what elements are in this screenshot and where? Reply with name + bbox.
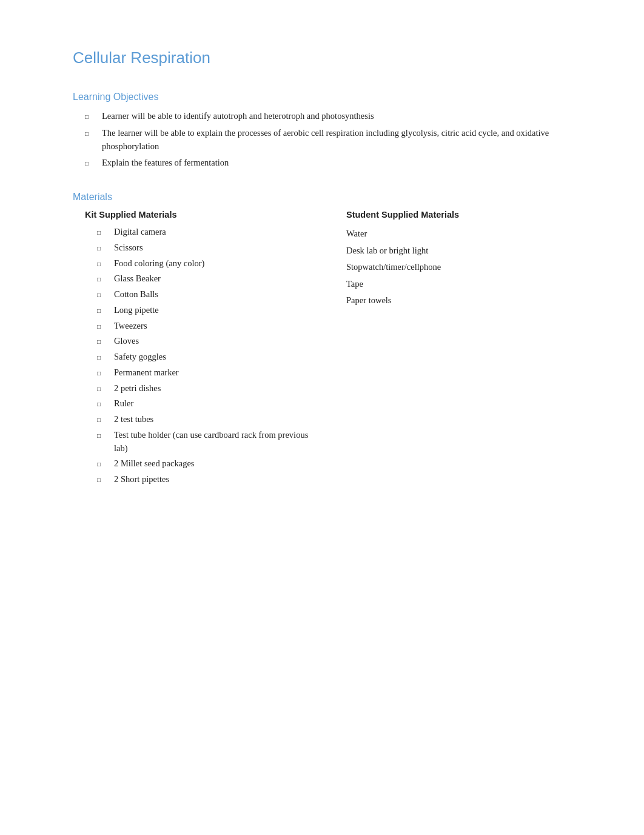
kit-item: □Permanent marker — [97, 366, 322, 380]
kit-item-text: Glass Beaker — [114, 272, 161, 286]
kit-item-text: 2 Short pipettes — [114, 473, 169, 486]
kit-item-text: Digital camera — [114, 226, 166, 239]
bullet-icon: □ — [97, 290, 108, 300]
bullet-icon: □ — [97, 415, 108, 424]
kit-item: □Long pipette — [97, 304, 322, 317]
kit-item-text: Permanent marker — [114, 366, 179, 380]
kit-item-text: Long pipette — [114, 304, 159, 317]
kit-item-text: Food coloring (any color) — [114, 257, 204, 270]
bullet-icon: □ — [97, 228, 108, 237]
kit-item-text: Scissors — [114, 241, 143, 255]
page-title: Cellular Respiration — [73, 49, 583, 67]
bullet-icon: □ — [85, 129, 96, 138]
materials-heading: Materials — [73, 192, 583, 203]
kit-item: □Ruler — [97, 397, 322, 411]
student-items-list: WaterDesk lab or bright lightStopwatch/t… — [346, 226, 583, 309]
bullet-icon: □ — [85, 112, 96, 121]
bullet-icon: □ — [97, 306, 108, 315]
bullet-icon: □ — [97, 337, 108, 346]
kit-item-text: 2 petri dishes — [114, 382, 161, 395]
bullet-icon: □ — [97, 275, 108, 284]
bullet-icon: □ — [85, 159, 96, 168]
kit-item: □Glass Beaker — [97, 272, 322, 286]
learning-objective-item: □Learner will be able to identify autotr… — [85, 110, 583, 123]
learning-objective-text: The learner will be able to explain the … — [102, 127, 583, 153]
learning-objectives-list: □Learner will be able to identify autotr… — [85, 110, 583, 170]
kit-item-text: 2 test tubes — [114, 413, 153, 426]
kit-items-list: □Digital camera□Scissors□Food coloring (… — [97, 226, 322, 486]
kit-item-text: Safety goggles — [114, 350, 166, 364]
student-item: Stopwatch/timer/cellphone — [346, 259, 583, 276]
student-item: Desk lab or bright light — [346, 243, 583, 260]
kit-item: □Scissors — [97, 241, 322, 255]
kit-item: □2 petri dishes — [97, 382, 322, 395]
student-supplied-header: Student Supplied Materials — [346, 210, 583, 220]
student-item: Tape — [346, 276, 583, 293]
kit-item: □2 test tubes — [97, 413, 322, 426]
student-supplied-col: Student Supplied Materials WaterDesk lab… — [346, 210, 583, 489]
student-item: Paper towels — [346, 292, 583, 309]
kit-item-text: 2 Millet seed packages — [114, 457, 194, 471]
bullet-icon: □ — [97, 384, 108, 394]
bullet-icon: □ — [97, 322, 108, 331]
learning-objectives-section: Learning Objectives □Learner will be abl… — [73, 92, 583, 170]
kit-supplied-header: Kit Supplied Materials — [85, 210, 322, 220]
kit-item: □2 Short pipettes — [97, 473, 322, 486]
learning-objectives-heading: Learning Objectives — [73, 92, 583, 102]
kit-item: □Tweezers — [97, 320, 322, 333]
kit-item-text: Ruler — [114, 397, 133, 411]
kit-item: □Food coloring (any color) — [97, 257, 322, 270]
materials-grid: Kit Supplied Materials □Digital camera□S… — [85, 210, 583, 489]
materials-section: Materials Kit Supplied Materials □Digita… — [73, 192, 583, 489]
learning-objective-text: Explain the features of fermentation — [102, 156, 229, 170]
learning-objective-item: □The learner will be able to explain the… — [85, 127, 583, 153]
bullet-icon: □ — [97, 244, 108, 253]
student-item: Water — [346, 226, 583, 243]
bullet-icon: □ — [97, 260, 108, 269]
bullet-icon: □ — [97, 475, 108, 485]
kit-item-text: Test tube holder (can use cardboard rack… — [114, 429, 322, 455]
kit-item: □Test tube holder (can use cardboard rac… — [97, 429, 322, 455]
bullet-icon: □ — [97, 460, 108, 469]
bullet-icon: □ — [97, 369, 108, 378]
learning-objective-text: Learner will be able to identify autotro… — [102, 110, 374, 123]
kit-item: □Cotton Balls — [97, 288, 322, 301]
bullet-icon: □ — [97, 353, 108, 362]
kit-item-text: Cotton Balls — [114, 288, 158, 301]
kit-item-text: Tweezers — [114, 320, 147, 333]
kit-item: □2 Millet seed packages — [97, 457, 322, 471]
kit-item: □Safety goggles — [97, 350, 322, 364]
bullet-icon: □ — [97, 400, 108, 409]
kit-item-text: Gloves — [114, 335, 139, 348]
kit-supplied-col: Kit Supplied Materials □Digital camera□S… — [85, 210, 322, 489]
learning-objective-item: □Explain the features of fermentation — [85, 156, 583, 170]
kit-item: □Gloves — [97, 335, 322, 348]
kit-item: □Digital camera — [97, 226, 322, 239]
bullet-icon: □ — [97, 431, 108, 440]
